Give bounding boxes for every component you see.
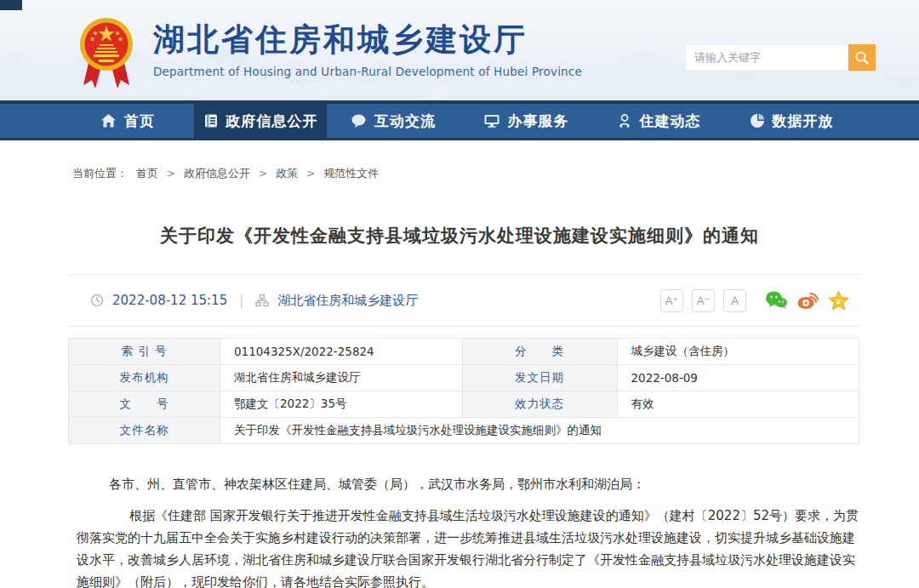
agency-value: 湖北省住房和城乡建设厅 — [220, 365, 463, 391]
meta-separator: | — [239, 293, 243, 308]
breadcrumb: 当前位置： 首页 > 政府信息公开 > 政策 > 规范性文件 — [72, 166, 919, 181]
site-title: 湖北省住房和城乡建设厅 — [153, 21, 582, 58]
doc-number-value: 鄂建文〔2022〕35号 — [220, 391, 463, 418]
article-meta: 2022-08-12 15:15 | 湖北省住房和城乡建设厅 A⁺ A⁻ A — [68, 275, 859, 326]
doc-number-label: 文 号 — [69, 391, 220, 418]
nav-item-services[interactable]: 办事服务 — [460, 104, 592, 138]
agency-label: 发布机构 — [69, 365, 220, 391]
document-info-table: 索 引 号 01104325X/2022-25824 分 类 城乡建设（含住房）… — [68, 338, 859, 444]
site-header: 湖北省住房和城乡建设厅 Department of Housing and Ur… — [0, 0, 919, 100]
breadcrumb-separator: > — [167, 168, 175, 180]
doc-name-value: 关于印发《开发性金融支持县域垃圾污水处理设施建设实施细则》的通知 — [220, 418, 859, 444]
article-body: 各市、州、直管市、神农架林区住建局、城管委（局），武汉市水务局，鄂州市水利和湖泊… — [77, 473, 859, 588]
breadcrumb-link-policy[interactable]: 政策 — [276, 166, 298, 181]
person-badge-icon — [617, 113, 632, 128]
font-decrease-button[interactable]: A⁻ — [692, 289, 715, 312]
breadcrumb-link-gov-info[interactable]: 政府信息公开 — [184, 166, 250, 181]
page: 湖北省住房和城乡建设厅 Department of Housing and Ur… — [0, 0, 919, 588]
table-row: 索 引 号 01104325X/2022-25824 分 类 城乡建设（含住房） — [69, 339, 859, 365]
font-reset-button[interactable]: A — [723, 289, 746, 312]
table-row: 发布机构 湖北省住房和城乡建设厅 发文日期 2022-08-09 — [69, 365, 859, 391]
nav-item-gov-info[interactable]: 政府信息公开 — [194, 104, 327, 138]
index-number-label: 索 引 号 — [69, 339, 220, 365]
table-row: 文 号 鄂建文〔2022〕35号 效力状态 有效 — [69, 391, 859, 418]
organization-icon — [255, 294, 269, 307]
body-paragraph: 根据《住建部 国家开发银行关于推进开发性金融支持县域生活垃圾污水处理设施建设的通… — [77, 505, 859, 588]
breadcrumb-link-normative-docs[interactable]: 规范性文件 — [323, 166, 379, 181]
pie-chart-icon — [750, 113, 765, 128]
nav-label: 首页 — [124, 111, 155, 131]
breadcrumb-separator: > — [259, 168, 267, 180]
wechat-icon[interactable] — [765, 290, 788, 311]
table-row: 文件名称 关于印发《开发性金融支持县域垃圾污水处理设施建设实施细则》的通知 — [69, 418, 859, 444]
issue-date-label: 发文日期 — [462, 365, 617, 391]
doc-name-label: 文件名称 — [69, 418, 220, 444]
font-increase-button[interactable]: A⁺ — [660, 289, 683, 312]
search-bar — [685, 44, 876, 71]
nav-label: 互动交流 — [374, 111, 436, 131]
divider — [68, 326, 859, 327]
category-label: 分 类 — [462, 339, 617, 365]
brand-block: 湖北省住房和城乡建设厅 Department of Housing and Ur… — [153, 21, 582, 78]
national-emblem-icon — [78, 12, 134, 95]
search-input[interactable] — [685, 44, 848, 71]
index-number-value: 01104325X/2022-25824 — [220, 339, 463, 365]
svg-text:z: z — [836, 297, 841, 305]
publish-date: 2022-08-12 15:15 — [112, 293, 227, 308]
chat-icon — [351, 113, 367, 128]
nav-label: 住建动态 — [640, 111, 701, 131]
nav-item-interaction[interactable]: 互动交流 — [327, 104, 460, 138]
search-button[interactable] — [848, 44, 876, 71]
home-icon — [100, 113, 117, 128]
nav-label: 数据开放 — [773, 111, 834, 131]
category-value: 城乡建设（含住房） — [617, 339, 859, 365]
breadcrumb-separator: > — [306, 168, 315, 180]
source-name[interactable]: 湖北省住房和城乡建设厅 — [277, 293, 418, 309]
salutation-text: 各市、州、直管市、神农架林区住建局、城管委（局），武汉市水务局，鄂州市水利和湖泊… — [77, 473, 859, 495]
clock-icon — [90, 294, 104, 307]
validity-value: 有效 — [617, 391, 859, 418]
nav-item-news[interactable]: 住建动态 — [592, 104, 725, 138]
nav-item-open-data[interactable]: 数据开放 — [725, 104, 858, 138]
main-nav: 首页 政府信息公开 — [0, 100, 919, 140]
nav-item-home[interactable]: 首页 — [61, 104, 194, 138]
breadcrumb-link-home[interactable]: 首页 — [136, 166, 158, 181]
nav-label: 办事服务 — [508, 111, 569, 131]
weibo-icon[interactable] — [796, 290, 819, 311]
nav-label: 政府信息公开 — [226, 111, 318, 131]
article-title: 关于印发《开发性金融支持县域垃圾污水处理设施建设实施细则》的通知 — [0, 224, 919, 248]
monitor-icon — [483, 113, 500, 128]
document-icon — [203, 113, 219, 128]
corner-artifact — [0, 0, 22, 10]
search-icon — [854, 50, 870, 66]
breadcrumb-label: 当前位置： — [72, 166, 128, 181]
issue-date-value: 2022-08-09 — [617, 365, 859, 391]
validity-label: 效力状态 — [462, 391, 617, 418]
qzone-icon[interactable]: z — [828, 290, 849, 311]
site-subtitle: Department of Housing and Urban-Rural De… — [153, 65, 582, 78]
